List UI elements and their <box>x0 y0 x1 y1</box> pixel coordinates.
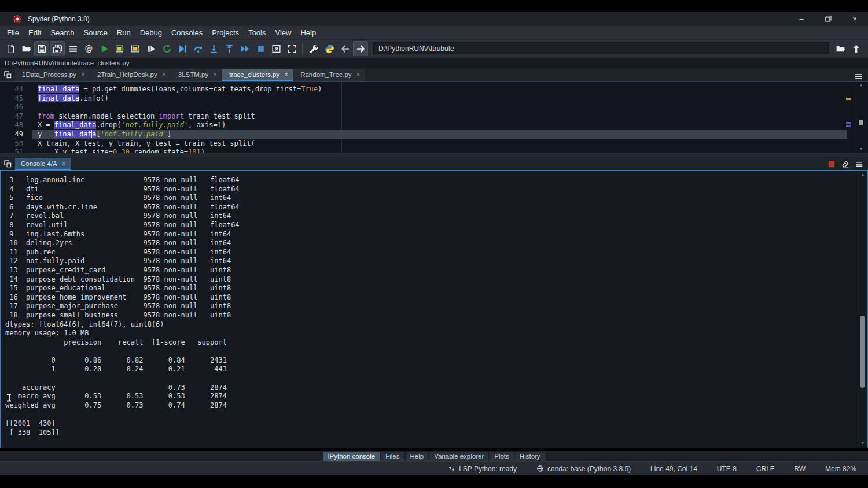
plugin-tab-history[interactable]: History <box>515 452 545 461</box>
tab-label: 2Train_HelpDesk.py <box>97 71 157 78</box>
menu-projects[interactable]: Projects <box>207 27 244 39</box>
close-icon[interactable]: × <box>284 71 288 78</box>
save-all-icon[interactable] <box>50 42 64 56</box>
menu-consoles[interactable]: Consoles <box>167 27 207 39</box>
new-file-icon[interactable] <box>3 42 17 56</box>
line-number: 45 <box>0 94 23 103</box>
title-bar: Spyder (Python 3.8) – × <box>0 12 868 27</box>
preferences-icon[interactable] <box>307 42 321 56</box>
file-switcher-icon[interactable] <box>66 42 80 56</box>
ipython-console[interactable]: 3 log.annual.inc 9578 non-null float64 4… <box>0 170 868 448</box>
editor-tab-1Data_Process.py[interactable]: 1Data_Process.py× <box>15 69 90 81</box>
scroll-down-icon[interactable]: ▼ <box>856 146 866 152</box>
plugin-tab-bar: IPython consoleFilesHelpVariable explore… <box>0 451 868 461</box>
open-file-icon[interactable] <box>19 42 33 56</box>
console-tab[interactable]: Console 4/A × <box>15 158 71 170</box>
fullscreen-icon[interactable] <box>285 42 299 56</box>
permissions-status: RW <box>794 465 806 473</box>
console-tab-label: Console 4/A <box>21 160 57 167</box>
menu-view[interactable]: View <box>270 27 296 39</box>
maximize-pane-icon[interactable] <box>269 42 283 56</box>
editor-tab-3LSTM.py[interactable]: 3LSTM.py× <box>171 69 222 81</box>
editor-tab-trace_clusters.py[interactable]: trace_clusters.py× <box>222 69 293 81</box>
close-button[interactable]: × <box>841 12 868 26</box>
scroll-up-icon[interactable]: ▲ <box>856 82 866 88</box>
debug-continue-icon[interactable] <box>238 42 252 56</box>
scroll-down-icon[interactable]: ▼ <box>858 441 867 446</box>
open-dir-icon[interactable] <box>833 42 847 56</box>
line-number: 51 <box>0 148 23 153</box>
code-line-45: final_data.info() <box>32 94 847 103</box>
stop-debug-icon[interactable] <box>253 42 267 56</box>
menu-run[interactable]: Run <box>112 27 135 39</box>
line-number: 47 <box>0 112 23 121</box>
menu-debug[interactable]: Debug <box>135 27 167 39</box>
scroll-up-icon[interactable]: ▲ <box>858 172 867 178</box>
menu-help[interactable]: Help <box>296 27 321 39</box>
editor-scrollbar[interactable]: ▲ ▼ <box>856 82 866 153</box>
python-env-icon[interactable] <box>322 42 336 56</box>
step-over-icon[interactable] <box>191 42 205 56</box>
menu-source[interactable]: Source <box>79 27 112 39</box>
code-line-48: X = final_data.drop('not.fully.paid', ax… <box>32 121 847 130</box>
restore-button[interactable] <box>815 12 841 26</box>
find-symbols-icon[interactable]: @ <box>82 42 95 56</box>
close-icon[interactable]: × <box>162 71 166 78</box>
console-scroll-thumb[interactable] <box>860 316 865 388</box>
plugin-tab-variable-explorer[interactable]: Variable explorer <box>429 452 488 461</box>
run-cell-advance-icon[interactable] <box>128 42 142 56</box>
browse-tabs-icon[interactable] <box>0 68 15 81</box>
working-directory-input[interactable] <box>373 42 829 54</box>
forward-icon[interactable] <box>354 42 367 56</box>
plugin-tab-ipython-console[interactable]: IPython console <box>323 452 380 461</box>
run-file-icon[interactable] <box>97 42 111 56</box>
interrupt-kernel-icon[interactable] <box>826 159 837 169</box>
occurrence-flag <box>846 122 851 124</box>
file-path: D:\PythonRUN\Attrubute\trace_clusters.py <box>5 60 129 66</box>
line-number: 44 <box>0 85 23 94</box>
pane-splitter[interactable] <box>0 153 868 157</box>
menu-edit[interactable]: Edit <box>24 27 46 39</box>
line-number: 46 <box>0 103 23 112</box>
plugin-tab-plots[interactable]: Plots <box>490 452 514 461</box>
toolbar-right-group <box>833 42 863 56</box>
minimize-button[interactable]: – <box>788 12 815 26</box>
close-icon[interactable]: × <box>213 71 217 78</box>
goto-parent-icon[interactable] <box>849 42 863 56</box>
options-menu-icon[interactable] <box>854 159 865 169</box>
toolbar-separator <box>302 43 303 54</box>
occurrence-flag <box>846 125 851 127</box>
menu-tools[interactable]: Tools <box>244 27 270 39</box>
plugin-tab-files[interactable]: Files <box>381 452 404 461</box>
menu-file[interactable]: File <box>2 27 24 39</box>
browse-console-tabs-icon[interactable] <box>0 157 15 170</box>
close-icon[interactable]: × <box>81 71 85 78</box>
plugin-tab-help[interactable]: Help <box>406 452 429 461</box>
run-cell-icon[interactable] <box>113 42 127 56</box>
run-selection-icon[interactable] <box>144 42 158 56</box>
close-icon[interactable]: × <box>62 160 66 168</box>
spyder-window: Spyder (Python 3.8) – × FileEditSearchSo… <box>0 0 868 488</box>
console-scrollbar[interactable]: ▲ ▼ <box>858 171 867 447</box>
lsp-status: LSP Python: ready <box>448 465 517 473</box>
console-toolbar <box>826 159 865 169</box>
menu-search[interactable]: Search <box>46 27 79 39</box>
editor-scroll-thumb[interactable] <box>859 120 863 125</box>
close-icon[interactable]: × <box>356 71 361 78</box>
step-return-icon[interactable] <box>222 42 236 56</box>
editor-tab-Random_Tree.py[interactable]: Random_Tree.py× <box>293 69 365 81</box>
remove-variables-icon[interactable] <box>840 159 851 169</box>
save-icon[interactable] <box>35 42 49 56</box>
window-title: Spyder (Python 3.8) <box>28 15 90 23</box>
tab-label: trace_clusters.py <box>229 71 279 78</box>
rerun-cell-icon[interactable] <box>160 42 174 56</box>
code-editor[interactable]: final_data = pd.get_dummies(loans,column… <box>0 81 868 153</box>
cursor-position: Line 49, Col 14 <box>650 465 697 473</box>
line-number: 50 <box>0 139 23 149</box>
debug-file-icon[interactable] <box>175 42 189 56</box>
step-into-icon[interactable] <box>207 42 220 56</box>
editor-tab-2Train_HelpDesk.py[interactable]: 2Train_HelpDesk.py× <box>90 69 171 81</box>
svg-text:@: @ <box>84 44 93 53</box>
line-number: 48 <box>0 121 23 130</box>
back-icon[interactable] <box>338 42 352 56</box>
